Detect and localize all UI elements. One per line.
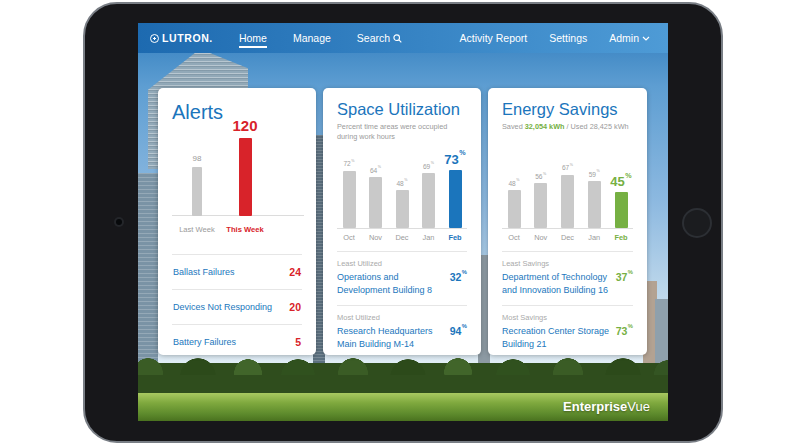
month-label-highlight: Feb	[444, 233, 466, 242]
divider	[502, 251, 633, 252]
enterprisevue-logo-light: Vue	[627, 399, 650, 414]
alerts-this-week-value: 120	[232, 117, 257, 134]
alert-row-battery-failures[interactable]: Battery Failures 5	[172, 324, 302, 359]
bar	[534, 183, 547, 228]
least-utilized-row[interactable]: Operations and Development Building 8 32…	[337, 271, 467, 296]
nav-admin-label: Admin	[609, 32, 639, 44]
bar-value: 48%	[508, 180, 519, 187]
month-label: Dec	[391, 233, 413, 242]
bar-value: 56%	[535, 173, 546, 180]
month-label: Oct	[503, 233, 525, 242]
alerts-this-week-bar	[239, 138, 252, 216]
bar-col-jan: 59%	[583, 171, 605, 228]
lutron-logo: LUTRON.	[150, 32, 213, 44]
alerts-this-week-label: This Week	[222, 225, 268, 234]
least-utilized-label: Least Utilized	[337, 259, 467, 268]
top-nav-bar: LUTRON. Home Manage Search Activity Repo…	[138, 23, 668, 53]
alert-label: Devices Not Responding	[173, 302, 272, 312]
energy-savings-title: Energy Savings	[502, 100, 633, 118]
alert-row-devices-not-responding[interactable]: Devices Not Responding 20	[172, 289, 302, 324]
least-utilized-building-link[interactable]: Operations and Development Building 8	[337, 271, 450, 296]
lutron-logo-text: LUTRON.	[162, 32, 213, 44]
energy-bars: 48% 56% 67% 59%	[502, 150, 633, 229]
bar	[369, 177, 382, 228]
bar-value-highlight: 45%	[610, 174, 631, 189]
divider	[337, 305, 467, 306]
bar	[561, 175, 574, 229]
enterprisevue-logo-bold: Enterprise	[563, 399, 627, 414]
most-savings-value: 73%	[616, 325, 633, 337]
bar-col-oct: 48%	[503, 180, 525, 229]
bar-value: 67%	[562, 164, 573, 171]
alert-count: 24	[289, 266, 301, 278]
dashboard-screen: LUTRON. Home Manage Search Activity Repo…	[138, 23, 668, 421]
month-label: Nov	[530, 233, 552, 242]
bar	[422, 173, 435, 228]
tablet-camera	[116, 219, 122, 225]
bar-col-jan: 69%	[418, 163, 440, 228]
used-value: / Used 28,425 kWh	[567, 122, 629, 131]
page-background: LUTRON. Home Manage Search Activity Repo…	[0, 0, 800, 445]
bar-value: 64%	[370, 167, 381, 174]
bar-value: 59%	[589, 171, 600, 178]
divider	[337, 251, 467, 252]
nav-tab-home[interactable]: Home	[239, 32, 267, 48]
most-utilized-row[interactable]: Research Headquarters Main Building M-14…	[337, 325, 467, 350]
bar-col-dec: 48%	[391, 180, 413, 229]
most-utilized-value: 94%	[450, 325, 467, 337]
alert-label: Battery Failures	[173, 337, 236, 347]
nav-activity-report[interactable]: Activity Report	[460, 32, 528, 44]
bar-col-feb-highlight: 73%	[444, 152, 466, 228]
alerts-last-week-bar	[192, 167, 202, 216]
alerts-list: Ballast Failures 24 Devices Not Respondi…	[172, 254, 302, 359]
bar	[588, 181, 601, 228]
least-savings-building-link[interactable]: Department of Technology and Innovation …	[502, 271, 616, 296]
most-savings-building-link[interactable]: Recreation Center Storage Building 21	[502, 325, 616, 350]
nav-admin-menu[interactable]: Admin	[609, 32, 650, 44]
bar-col-nov: 64%	[365, 167, 387, 228]
alerts-chart: 98 120 Last Week This Week	[172, 128, 302, 242]
bar-value: 69%	[423, 163, 434, 170]
space-utilization-subtitle: Percent time areas were occupied during …	[337, 122, 467, 142]
alerts-bar-this-week: 120	[222, 117, 268, 216]
bar-highlight	[449, 170, 462, 228]
month-label: Nov	[365, 233, 387, 242]
energy-savings-chart: 48% 56% 67% 59%	[502, 150, 633, 242]
most-utilized-label: Most Utilized	[337, 313, 467, 322]
bar-col-dec: 67%	[557, 164, 579, 228]
background-trees	[138, 363, 668, 397]
nav-settings[interactable]: Settings	[549, 32, 587, 44]
search-icon	[393, 34, 402, 43]
least-utilized-value: 32%	[450, 271, 467, 283]
bar-col-nov: 56%	[530, 173, 552, 228]
saved-label: Saved	[502, 122, 523, 131]
alert-count: 20	[289, 301, 301, 313]
bar-value-highlight: 73%	[444, 152, 465, 167]
bar-col-feb-highlight: 45%	[610, 174, 632, 228]
alerts-last-week-label: Last Week	[174, 225, 220, 234]
most-savings-row[interactable]: Recreation Center Storage Building 21 73…	[502, 325, 633, 350]
nav-search-label: Search	[357, 32, 390, 44]
alert-row-ballast-failures[interactable]: Ballast Failures 24	[172, 254, 302, 289]
divider	[502, 305, 633, 306]
background-building-left	[138, 173, 158, 373]
bar	[343, 171, 356, 229]
month-label: Oct	[338, 233, 360, 242]
least-savings-row[interactable]: Department of Technology and Innovation …	[502, 271, 633, 296]
nav-tab-search[interactable]: Search	[357, 32, 402, 44]
most-savings-label: Most Savings	[502, 313, 633, 322]
tablet-frame: LUTRON. Home Manage Search Activity Repo…	[83, 2, 723, 443]
energy-month-labels: Oct Nov Dec Jan Feb	[502, 233, 633, 242]
alerts-bar-last-week: 98	[174, 154, 220, 216]
most-utilized-building-link[interactable]: Research Headquarters Main Building M-14	[337, 325, 450, 350]
alerts-last-week-value: 98	[193, 154, 202, 163]
alert-label: Ballast Failures	[173, 267, 235, 277]
tablet-home-button[interactable]	[682, 208, 712, 238]
space-bars: 72% 64% 48% 69%	[337, 150, 467, 229]
energy-savings-subtitle: Saved 32,054 kWh / Used 28,425 kWh	[502, 122, 633, 142]
bar	[396, 190, 409, 228]
energy-savings-card: Energy Savings Saved 32,054 kWh / Used 2…	[488, 88, 647, 355]
nav-tab-manage[interactable]: Manage	[293, 32, 331, 44]
space-utilization-title: Space Utilization	[337, 100, 467, 118]
lutron-logo-icon	[150, 34, 159, 43]
